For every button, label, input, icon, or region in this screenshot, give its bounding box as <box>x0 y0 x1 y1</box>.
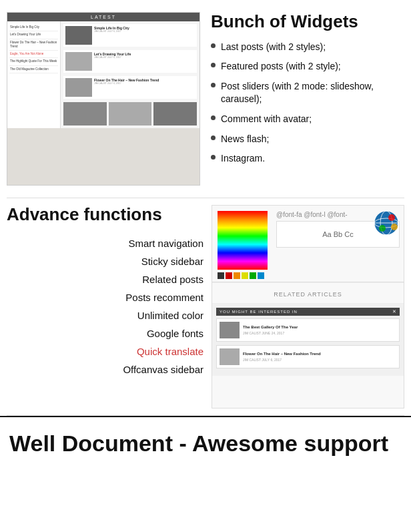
list-item: The Highlight Quote For This Week <box>9 58 58 65</box>
table-row: Flower On The Hair – New Fashion Trend J… <box>63 76 197 99</box>
blog-sidebar: Simple Life In Big City Let's Drawing Yo… <box>7 21 61 128</box>
list-item: The Old Magazine Collection <box>9 66 58 73</box>
related-label-text: RELATED ARTICLES <box>274 291 342 298</box>
post-image <box>65 52 92 71</box>
advance-list: Smart navigation Sticky sidebar Related … <box>7 238 203 375</box>
post-image <box>65 78 92 97</box>
post-meta: JIM CALIST JULY 6, 2017 <box>94 30 129 33</box>
card-image <box>220 322 240 338</box>
color-swatches <box>212 270 272 282</box>
image-grid <box>63 102 197 125</box>
table-row: Simple Life In Big City JIM CALIST JULY … <box>63 24 197 47</box>
list-item: Simple Life In Big City <box>9 24 58 31</box>
list-item: Sticky sidebar <box>7 256 203 267</box>
advance-left-panel: Advance functions Smart navigation Stick… <box>7 205 203 382</box>
post-meta: JIM CALIST JULY 6, 2017 <box>94 82 159 85</box>
svg-point-4 <box>388 214 395 221</box>
swatch <box>234 272 240 279</box>
list-item: Let's Drawing Your Life <box>9 31 58 39</box>
card-content: Flower On The Hair – New Fashion Trend J… <box>243 352 321 362</box>
card-meta: JIM CALIST JUNE 24, 2017 <box>243 331 298 335</box>
article-cards-area: YOU MIGHT BE INTERESTED IN ✕ The Best Ga… <box>212 304 404 376</box>
advance-section: Advance functions Smart navigation Stick… <box>0 198 411 415</box>
swatch <box>250 272 256 279</box>
svg-point-5 <box>379 225 386 232</box>
advance-heading: Advance functions <box>7 205 203 224</box>
list-item: Flower Do The Hair – New Fashion Trend <box>9 39 58 51</box>
post-meta: JIM CALIST JULY 6, 2017 <box>94 56 131 59</box>
color-spectrum-widget <box>212 206 272 282</box>
footer-section: Well Document - Awesome support <box>0 416 411 470</box>
svg-point-6 <box>391 224 398 230</box>
related-articles-label: RELATED ARTICLES <box>212 282 404 304</box>
font-sample-text: Aa Bb Cc <box>322 230 353 238</box>
article-card: The Best Gallery Of The Year JIM CALIST … <box>216 318 400 342</box>
list-item: Offcanvas sidebar <box>7 364 203 375</box>
table-row: Let's Drawing Your Life JIM CALIST JULY … <box>63 50 197 73</box>
list-item: Comment with avatar; <box>211 113 399 126</box>
bullet-icon <box>211 136 216 140</box>
card-title: Flower On The Hair – New Fashion Trend <box>243 352 321 357</box>
article-card: Flower On The Hair – New Fashion Trend J… <box>216 345 400 368</box>
bullet-icon <box>211 155 216 160</box>
list-item: News flash; <box>211 133 399 146</box>
list-item: Unlimited color <box>7 310 203 321</box>
post-image <box>65 26 92 45</box>
list-item: Related posts <box>7 274 203 285</box>
list-item: Posts recomment <box>7 292 203 303</box>
swatch <box>258 272 264 279</box>
card-meta: JIM CALIST JULY 6, 2017 <box>243 358 321 362</box>
widgets-text-area: Bunch of Widgets Last posts (with 2 styl… <box>211 12 399 172</box>
grid-image <box>109 102 152 125</box>
grid-image <box>153 102 197 125</box>
grid-image <box>63 102 107 125</box>
list-item: Last posts (with 2 styles); <box>211 41 399 54</box>
card-header-bar: YOU MIGHT BE INTERESTED IN ✕ <box>216 308 400 316</box>
color-gradient <box>218 211 268 270</box>
blog-header-label: LATEST <box>7 13 199 21</box>
card-header-label: YOU MIGHT BE INTERESTED IN <box>220 310 298 314</box>
blog-screenshot: LATEST Simple Life In Big City Let's Dra… <box>7 12 200 186</box>
list-item-highlight: Quick translate <box>7 346 203 357</box>
card-title: The Best Gallery Of The Year <box>243 325 298 330</box>
swatch <box>242 272 248 279</box>
list-item: Google fonts <box>7 328 203 339</box>
list-item: Instagram. <box>211 152 399 166</box>
bullet-icon <box>211 115 216 120</box>
close-icon: ✕ <box>392 309 397 314</box>
bullet-icon <box>211 43 216 48</box>
widgets-list: Last posts (with 2 styles); Featured pos… <box>211 41 399 166</box>
widgets-section: LATEST Simple Life In Big City Let's Dra… <box>0 0 411 198</box>
bullet-icon <box>211 63 216 67</box>
list-item: Smart navigation <box>7 238 203 249</box>
blog-main: Simple Life In Big City JIM CALIST JULY … <box>61 21 199 128</box>
advance-screenshot: @font-fa @font-l @font- Aa Bb Cc RELATED… <box>212 205 404 409</box>
widgets-heading: Bunch of Widgets <box>211 12 399 31</box>
list-item: Post sliders (with 2 mode: slideshow, ca… <box>211 80 399 106</box>
card-content: The Best Gallery Of The Year JIM CALIST … <box>243 325 298 336</box>
swatch <box>226 272 232 279</box>
card-image <box>220 348 240 365</box>
bullet-icon <box>211 83 216 87</box>
list-item: Featured posts (with 2 style); <box>211 60 399 73</box>
footer-heading: Well Document - Awesome support <box>9 431 402 457</box>
list-item: Eagle, You Are Not Alone <box>9 51 58 58</box>
globe-icon <box>373 210 400 236</box>
swatch <box>218 272 224 279</box>
